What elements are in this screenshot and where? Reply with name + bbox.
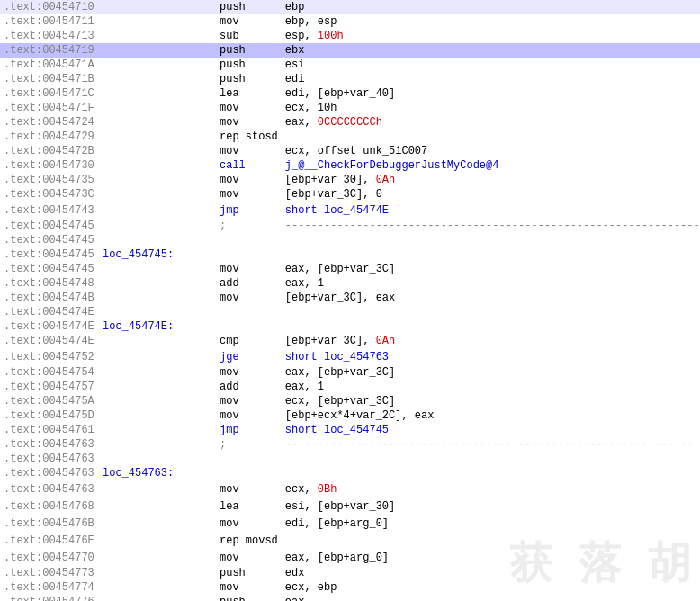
table-row[interactable]: .text:00454719pushebx	[0, 43, 700, 58]
table-row[interactable]: .text:0045471Bpushedi	[0, 72, 700, 86]
label-cell	[99, 101, 216, 115]
table-row[interactable]: .text:0045475Amovecx, [ebp+var_3C]	[0, 394, 700, 408]
table-row[interactable]: .text:00454735mov[ebp+var_30], 0Ah; pers…	[0, 173, 700, 187]
table-row[interactable]: .text:00454770moveax, [ebp+arg_0]; 获取返回对…	[0, 549, 700, 566]
mnemonic-cell: sub	[216, 29, 282, 43]
table-row[interactable]: .text:00454768leaesi, [ebp+var_30]; 获取局部…	[0, 498, 700, 515]
table-row[interactable]: .text:00454763	[0, 452, 700, 466]
table-row[interactable]: .text:0045473Cmov[ebp+var_3C], 0; i = 0	[0, 187, 700, 202]
address-cell: .text:0045476B	[0, 515, 99, 532]
table-row[interactable]: .text:00454724moveax, 0CCCCCCCCh	[0, 115, 700, 130]
table-row[interactable]: .text:00454754moveax, [ebp+var_3C]	[0, 365, 700, 380]
address-cell: .text:00454752	[0, 348, 99, 365]
address-cell: .text:00454763	[0, 437, 99, 452]
operands-cell	[282, 233, 700, 247]
address-cell: .text:0045474E	[0, 305, 99, 319]
address-cell: .text:0045475A	[0, 394, 99, 408]
mnemonic-cell: cmp	[216, 334, 282, 348]
table-row[interactable]: .text:0045472Bmovecx, offset unk_51C007	[0, 144, 700, 158]
address-cell: .text:00454763	[0, 466, 99, 480]
operands-cell: [ebp+ecx*4+var_2C], eax	[282, 408, 700, 423]
table-row[interactable]: .text:0045475Dmov[ebp+ecx*4+var_2C], eax…	[0, 408, 700, 423]
operands-cell: esi, [ebp+var_30]	[282, 498, 700, 515]
operands-cell: ecx, [ebp+var_3C]	[282, 394, 700, 408]
label-cell	[99, 394, 216, 408]
table-row[interactable]: .text:00454745loc_454745:; CODE XREF: su…	[0, 247, 700, 262]
operands-cell: short loc_454745	[282, 423, 700, 437]
address-cell: .text:00454761	[0, 423, 99, 437]
address-cell: .text:0045471B	[0, 72, 99, 86]
table-row[interactable]: .text:00454757addeax, 1	[0, 380, 700, 394]
disassembly-view[interactable]: .text:00454710pushebp.text:00454711moveb…	[0, 0, 700, 601]
table-row[interactable]: .text:0045471Apushesi	[0, 58, 700, 72]
label-cell	[99, 305, 216, 319]
address-cell: .text:0045474E	[0, 319, 99, 334]
table-row[interactable]: .text:00454763;-------------------------…	[0, 437, 700, 452]
table-row[interactable]: .text:0045476Bmovedi, [ebp+arg_0]; 获取返回对…	[0, 515, 700, 532]
operands-cell: esi	[282, 58, 700, 72]
label-cell	[99, 566, 216, 580]
label-cell	[99, 498, 216, 515]
table-row[interactable]: .text:0045471Fmovecx, 10h	[0, 101, 700, 115]
table-row[interactable]: .text:00454730callj_@__CheckForDebuggerJ…	[0, 158, 700, 173]
table-row[interactable]: .text:00454745;-------------------------…	[0, 219, 700, 233]
table-row[interactable]: .text:00454774movecx, ebp; Esp	[0, 580, 700, 595]
operands-cell: eax, 1	[282, 380, 700, 394]
table-row[interactable]: .text:0045476Erep movsd; 将局部对象person中的数据…	[0, 532, 700, 549]
label-cell	[99, 276, 216, 291]
label-cell	[99, 423, 216, 437]
table-row[interactable]: .text:00454752jgeshort loc_454763; i>10，…	[0, 348, 700, 365]
operands-cell	[282, 532, 700, 549]
address-cell: .text:00454763	[0, 452, 99, 466]
table-row[interactable]: .text:00454745	[0, 233, 700, 247]
table-row[interactable]: .text:00454713subesp, 100h	[0, 29, 700, 43]
mnemonic-cell: ;	[216, 437, 282, 452]
table-row[interactable]: .text:00454743jmpshort loc_45474E; for循环	[0, 202, 700, 219]
table-row[interactable]: .text:00454776pusheax	[0, 595, 700, 601]
table-row[interactable]: .text:0045474Ecmp[ebp+var_3C], 0Ah	[0, 334, 700, 348]
table-row[interactable]: .text:0045474E	[0, 305, 700, 319]
table-row[interactable]: .text:0045474Bmov[ebp+var_3C], eax	[0, 291, 700, 305]
label-cell	[99, 130, 216, 144]
address-cell: .text:00454774	[0, 580, 99, 595]
address-cell: .text:0045471F	[0, 101, 99, 115]
address-cell: .text:0045472B	[0, 144, 99, 158]
operands-cell: eax, [ebp+var_3C]	[282, 365, 700, 380]
mnemonic-cell: mov	[216, 580, 282, 595]
mnemonic-cell	[216, 319, 282, 334]
table-row[interactable]: .text:0045471Cleaedi, [ebp+var_40]	[0, 86, 700, 101]
mnemonic-cell: ;	[216, 219, 282, 233]
mnemonic-cell: mov	[216, 115, 282, 130]
table-row[interactable]: .text:00454761jmpshort loc_454745	[0, 423, 700, 437]
label-cell	[99, 29, 216, 43]
label-cell	[99, 452, 216, 466]
table-row[interactable]: .text:00454748addeax, 1	[0, 276, 700, 291]
mnemonic-cell: mov	[216, 173, 282, 187]
address-cell: .text:00454745	[0, 262, 99, 276]
address-cell: .text:00454713	[0, 29, 99, 43]
address-cell: .text:0045475D	[0, 408, 99, 423]
mnemonic-cell: add	[216, 276, 282, 291]
label-cell	[99, 365, 216, 380]
table-row[interactable]: .text:00454773pushedx	[0, 566, 700, 580]
mnemonic-cell: mov	[216, 262, 282, 276]
table-row[interactable]: .text:00454763loc_454763:; CODE XREF: su…	[0, 466, 700, 480]
mnemonic-cell: push	[216, 43, 282, 58]
table-row[interactable]: .text:00454710pushebp	[0, 0, 700, 14]
label-cell	[99, 532, 216, 549]
label-cell	[99, 334, 216, 348]
operands-cell: ecx, 10h	[282, 101, 700, 115]
label-cell	[99, 173, 216, 187]
address-cell: .text:00454770	[0, 549, 99, 566]
operands-cell: edx	[282, 566, 700, 580]
label-cell	[99, 515, 216, 532]
address-cell: .text:00454745	[0, 247, 99, 262]
table-row[interactable]: .text:00454729rep stosd	[0, 130, 700, 144]
operands-cell: ecx, ebp	[282, 580, 700, 595]
mnemonic-cell: lea	[216, 86, 282, 101]
table-row[interactable]: .text:00454745moveax, [ebp+var_3C]	[0, 262, 700, 276]
table-row[interactable]: .text:0045474Eloc_45474E:; CODE XREF: su…	[0, 319, 700, 334]
label-cell	[99, 233, 216, 247]
table-row[interactable]: .text:00454763movecx, 0Bh; 设置循环次数11次	[0, 480, 700, 498]
table-row[interactable]: .text:00454711movebp, esp	[0, 14, 700, 29]
